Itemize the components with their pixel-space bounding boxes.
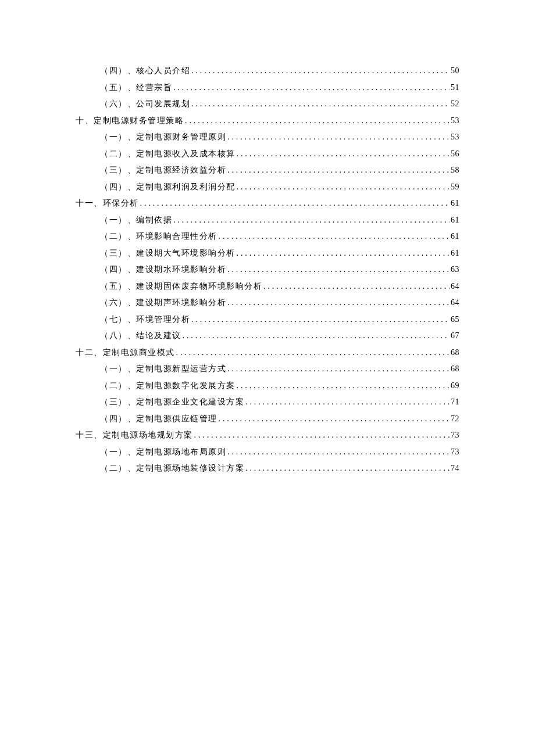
toc-entry: （二）、定制电源数字化发展方案69 xyxy=(76,382,459,390)
toc-entry-label: （三）、建设期大气环境影响分析 xyxy=(100,249,236,257)
toc-leader-dots xyxy=(227,299,450,307)
toc-entry-page: 73 xyxy=(451,431,459,439)
toc-leader-dots xyxy=(183,332,450,340)
toc-entry-page: 68 xyxy=(451,349,459,357)
toc-entry: （六）、建设期声环境影响分析64 xyxy=(76,299,459,307)
toc-entry-page: 56 xyxy=(451,150,459,158)
toc-entry-label: （四）、建设期水环境影响分析 xyxy=(100,266,226,274)
toc-leader-dots xyxy=(227,166,450,174)
toc-leader-dots xyxy=(227,266,450,274)
toc-entry: （四）、定制电源利润及利润分配59 xyxy=(76,183,459,191)
toc-entry-label: 十二、定制电源商业模式 xyxy=(76,349,175,357)
toc-entry: （一）、编制依据61 xyxy=(76,216,459,224)
toc-entry-label: （三）、定制电源企业文化建设方案 xyxy=(100,398,244,406)
toc-entry: 十二、定制电源商业模式68 xyxy=(76,349,459,357)
toc-entry-label: 十一、环保分析 xyxy=(76,199,139,207)
toc-entry-page: 64 xyxy=(451,282,459,291)
toc-leader-dots xyxy=(219,232,450,241)
toc-entry: 十一、环保分析61 xyxy=(76,199,459,207)
toc-entry: （六）、公司发展规划52 xyxy=(76,100,459,108)
toc-entry-label: （五）、建设期固体废弃物环境影响分析 xyxy=(100,282,262,291)
toc-leader-dots xyxy=(237,183,450,191)
toc-leader-dots xyxy=(237,382,450,390)
toc-leader-dots xyxy=(185,117,450,125)
toc-entry-label: 十三、定制电源场地规划方案 xyxy=(76,431,193,439)
toc-leader-dots xyxy=(245,464,450,472)
toc-leader-dots xyxy=(245,398,450,406)
toc-entry-page: 61 xyxy=(451,232,459,241)
toc-entry-label: （四）、定制电源供应链管理 xyxy=(100,415,217,423)
toc-entry-page: 71 xyxy=(451,398,459,406)
toc-leader-dots xyxy=(219,415,450,423)
toc-leader-dots xyxy=(191,67,450,75)
toc-entry-page: 61 xyxy=(451,216,459,224)
toc-leader-dots xyxy=(237,249,450,257)
toc-entry: （三）、建设期大气环境影响分析61 xyxy=(76,249,459,257)
toc-leader-dots xyxy=(176,349,450,357)
toc-entry-label: （一）、定制电源财务管理原则 xyxy=(100,133,226,141)
toc-entry: （四）、核心人员介绍50 xyxy=(76,67,459,75)
toc-entry-page: 68 xyxy=(451,365,459,373)
toc-entry-label: 十、定制电源财务管理策略 xyxy=(76,117,184,125)
table-of-contents: （四）、核心人员介绍50（五）、经营宗旨51（六）、公司发展规划52十、定制电源… xyxy=(0,0,535,472)
toc-entry-page: 63 xyxy=(451,266,459,274)
toc-entry-label: （二）、定制电源收入及成本核算 xyxy=(100,150,236,158)
toc-entry: （五）、建设期固体废弃物环境影响分析64 xyxy=(76,282,459,291)
toc-entry-label: （二）、定制电源数字化发展方案 xyxy=(100,382,236,390)
toc-entry-label: （五）、经营宗旨 xyxy=(100,84,172,92)
toc-leader-dots xyxy=(191,100,450,108)
toc-entry: （一）、定制电源财务管理原则53 xyxy=(76,133,459,141)
toc-entry: （三）、定制电源经济效益分析58 xyxy=(76,166,459,174)
toc-entry: （一）、定制电源新型运营方式68 xyxy=(76,365,459,373)
toc-entry: （一）、定制电源场地布局原则73 xyxy=(76,448,459,456)
toc-entry-page: 74 xyxy=(451,464,459,472)
toc-leader-dots xyxy=(237,150,450,158)
toc-entry-label: （六）、公司发展规划 xyxy=(100,100,190,108)
toc-entry: （四）、建设期水环境影响分析63 xyxy=(76,266,459,274)
toc-entry-page: 69 xyxy=(451,382,459,390)
toc-entry-page: 72 xyxy=(451,415,459,423)
toc-leader-dots xyxy=(194,431,450,439)
toc-entry: 十、定制电源财务管理策略53 xyxy=(76,117,459,125)
toc-entry-label: （一）、定制电源场地布局原则 xyxy=(100,448,226,456)
toc-entry-label: （一）、定制电源新型运营方式 xyxy=(100,365,226,373)
toc-entry-page: 53 xyxy=(451,133,459,141)
toc-entry-label: （二）、环境影响合理性分析 xyxy=(100,232,217,241)
toc-entry-page: 67 xyxy=(451,332,459,340)
toc-entry-label: （六）、建设期声环境影响分析 xyxy=(100,299,226,307)
toc-leader-dots xyxy=(173,84,450,92)
toc-entry-page: 50 xyxy=(451,67,459,75)
toc-entry-page: 65 xyxy=(451,316,459,324)
toc-leader-dots xyxy=(191,316,450,324)
toc-entry: （二）、环境影响合理性分析61 xyxy=(76,232,459,241)
toc-leader-dots xyxy=(263,282,450,291)
toc-entry: （八）、结论及建议67 xyxy=(76,332,459,340)
toc-entry-page: 61 xyxy=(451,199,459,207)
toc-entry-page: 73 xyxy=(451,448,459,456)
toc-entry-label: （八）、结论及建议 xyxy=(100,332,181,340)
toc-entry: （七）、环境管理分析65 xyxy=(76,316,459,324)
toc-leader-dots xyxy=(227,448,450,456)
toc-entry-page: 59 xyxy=(451,183,459,191)
toc-entry: （二）、定制电源收入及成本核算56 xyxy=(76,150,459,158)
toc-entry-page: 61 xyxy=(451,249,459,257)
toc-entry-page: 53 xyxy=(451,117,459,125)
toc-leader-dots xyxy=(227,133,450,141)
toc-leader-dots xyxy=(173,216,450,224)
toc-entry-page: 58 xyxy=(451,166,459,174)
toc-entry: （二）、定制电源场地装修设计方案74 xyxy=(76,464,459,472)
toc-entry: （五）、经营宗旨51 xyxy=(76,84,459,92)
toc-entry-page: 52 xyxy=(451,100,459,108)
toc-entry: 十三、定制电源场地规划方案73 xyxy=(76,431,459,439)
toc-leader-dots xyxy=(140,199,450,207)
toc-entry: （四）、定制电源供应链管理72 xyxy=(76,415,459,423)
toc-entry: （三）、定制电源企业文化建设方案71 xyxy=(76,398,459,406)
toc-entry-label: （一）、编制依据 xyxy=(100,216,172,224)
toc-entry-page: 51 xyxy=(451,84,459,92)
toc-entry-label: （七）、环境管理分析 xyxy=(100,316,190,324)
toc-entry-label: （四）、核心人员介绍 xyxy=(100,67,190,75)
toc-entry-label: （四）、定制电源利润及利润分配 xyxy=(100,183,236,191)
toc-entry-label: （二）、定制电源场地装修设计方案 xyxy=(100,464,244,472)
toc-leader-dots xyxy=(227,365,450,373)
toc-entry-page: 64 xyxy=(451,299,459,307)
